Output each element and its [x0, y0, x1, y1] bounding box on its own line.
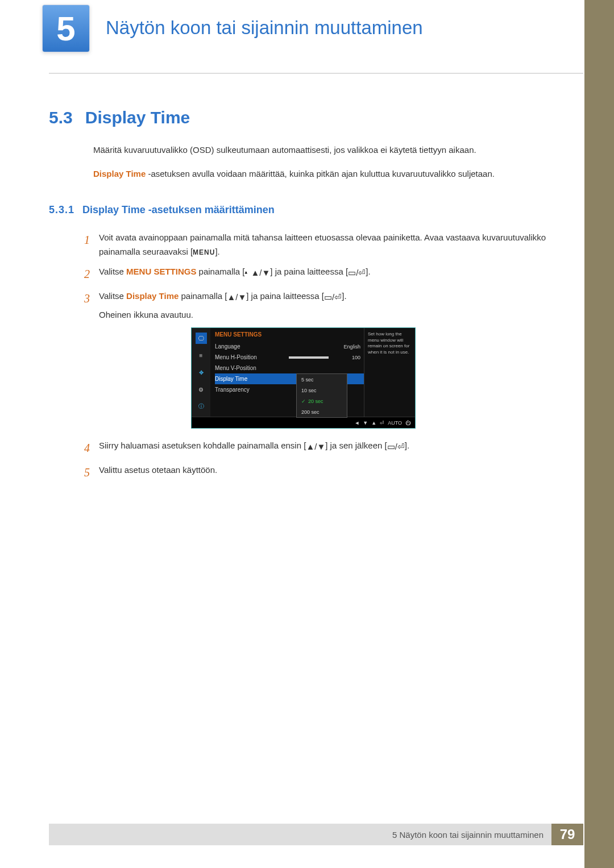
list-item: 4 Siirry haluamasi asetuksen kohdalle pa… [84, 439, 561, 458]
step-number: 5 [84, 463, 99, 482]
section-heading: 5.3Display Time [49, 108, 561, 127]
monitor-icon: 🖵 [196, 333, 207, 344]
up-down-icon: ▲/▼ [227, 290, 246, 305]
dropdown-option-selected: 20 sec [297, 396, 347, 406]
step-note: Oheinen ikkuna avautuu. [99, 308, 561, 322]
page-content: 5 Näytön koon tai sijainnin muuttaminen … [49, 0, 583, 17]
ok-enter-icon: ▭/⏎ [348, 266, 366, 280]
osd-menu: 🖵 ≡ ✥ ⚙ ⓘ MENU SETTINGS Language English… [191, 327, 416, 429]
down-icon: ▼ [363, 420, 368, 426]
inline-term: Display Time [93, 169, 146, 178]
power-icon: ⏻ [405, 420, 410, 426]
inline-term: Display Time [126, 291, 179, 301]
section-title: Display Time [85, 108, 190, 127]
step-number: 4 [84, 439, 99, 458]
osd-help-text: Set how long the menu window will remain… [364, 328, 415, 417]
menu-label: MENU [193, 248, 215, 256]
chapter-number-badge: 5 [42, 5, 90, 52]
osd-row: Menu H-Position 100 [215, 352, 364, 363]
step-list: 1 Voit avata avainoppaan painamalla mitä… [84, 231, 561, 322]
page-footer: 5 Näytön koon tai sijainnin muuttaminen … [49, 824, 583, 845]
osd-row: Language English [215, 341, 364, 352]
list-item: 2 Valitse MENU SETTINGS painamalla [▲/▼]… [84, 265, 561, 284]
subsection-number: 5.3.1 [49, 204, 74, 215]
ok-enter-icon: ▭/⏎ [324, 290, 342, 305]
info-icon: ⓘ [196, 401, 207, 412]
osd-row: Menu V-Position [215, 363, 364, 373]
list-item: 5 Valittu asetus otetaan käyttöön. [84, 463, 561, 482]
up-icon: ▲ [371, 420, 376, 426]
subsection-title: Display Time -asetuksen määrittäminen [82, 204, 275, 215]
subsection-heading: 5.3.1Display Time -asetuksen määrittämin… [49, 203, 561, 217]
list-icon: ≡ [196, 350, 207, 361]
dropdown-option: 5 sec [297, 374, 347, 385]
step-number: 1 [84, 231, 99, 259]
list-item: 3 Valitse Display Time painamalla [▲/▼] … [84, 289, 561, 322]
osd-dropdown: 5 sec 10 sec 20 sec 200 sec [296, 373, 347, 418]
osd-title: MENU SETTINGS [215, 331, 364, 338]
move-icon: ✥ [196, 367, 207, 378]
auto-label: AUTO [388, 420, 402, 426]
up-down-icon: ▲/▼ [306, 440, 325, 454]
page-number: 79 [551, 824, 583, 845]
slider-icon [289, 356, 329, 359]
enter-icon: ⏎ [380, 420, 384, 426]
side-stripe [584, 0, 614, 868]
ok-enter-icon: ▭/⏎ [387, 440, 405, 454]
osd-sidebar: 🖵 ≡ ✥ ⚙ ⓘ [192, 328, 210, 417]
svg-marker-1 [248, 271, 251, 273]
step-number: 3 [84, 289, 99, 322]
section-number: 5.3 [49, 108, 73, 127]
dropdown-option: 200 sec [297, 406, 347, 417]
paragraph-1: Määritä kuvaruutuvalikko (OSD) sulkeutum… [93, 143, 561, 157]
inline-term: MENU SETTINGS [126, 267, 196, 276]
step-list-cont: 4 Siirry haluamasi asetuksen kohdalle pa… [84, 439, 561, 482]
chapter-title: Näytön koon tai sijainnin muuttaminen [106, 17, 423, 39]
divider [49, 73, 583, 74]
list-item: 1 Voit avata avainoppaan painamalla mitä… [84, 231, 561, 259]
up-down-icon: ▲/▼ [244, 266, 270, 280]
gear-icon: ⚙ [196, 384, 207, 395]
footer-text: 5 Näytön koon tai sijainnin muuttaminen [392, 830, 544, 840]
paragraph-2: Display Time -asetuksen avulla voidaan m… [93, 167, 561, 181]
left-icon: ◄ [354, 420, 359, 426]
dropdown-option: 10 sec [297, 385, 347, 396]
osd-panel: MENU SETTINGS Language English Menu H-Po… [210, 328, 364, 417]
step-number: 2 [84, 265, 99, 284]
osd-bottom-bar: ◄ ▼ ▲ ⏎ AUTO ⏻ [192, 417, 415, 428]
svg-marker-0 [245, 271, 247, 273]
